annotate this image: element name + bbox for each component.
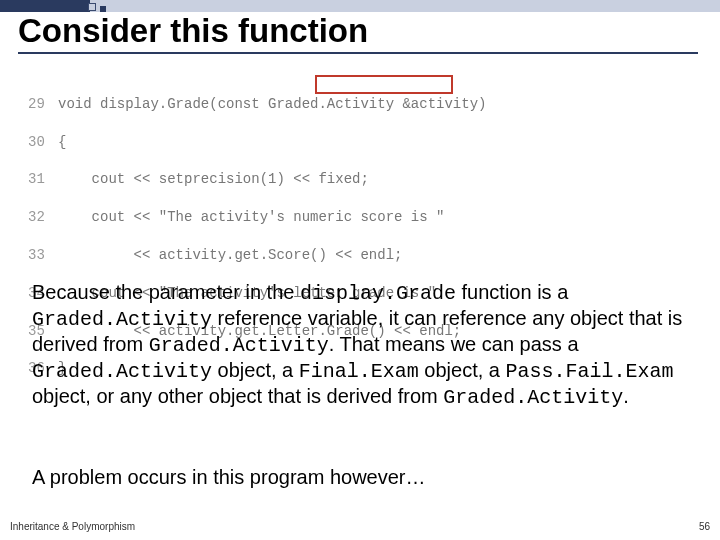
text-run: Because the parameter in the (32, 281, 300, 303)
explanation-paragraph: Because the parameter in the display.Gra… (32, 280, 692, 410)
code-text: cout << setprecision(1) << fixed; (58, 171, 369, 187)
line-number: 30 (28, 133, 58, 152)
code-line-30: 30{ (28, 133, 486, 152)
text-run: function is a (456, 281, 568, 303)
code-inline: display.Grade (300, 282, 456, 305)
code-line-29: 29void display.Grade(const Graded.Activi… (28, 95, 486, 114)
code-text: { (58, 134, 66, 150)
text-run: object, a (419, 359, 506, 381)
line-number: 32 (28, 208, 58, 227)
line-number: 31 (28, 170, 58, 189)
code-line-31: 31 cout << setprecision(1) << fixed; (28, 170, 486, 189)
code-inline: Graded.Activity (32, 308, 212, 331)
code-line-32: 32 cout << "The activity's numeric score… (28, 208, 486, 227)
line-number: 29 (28, 95, 58, 114)
code-inline: Final.Exam (299, 360, 419, 383)
code-text: << activity.get.Score() << endl; (58, 247, 402, 263)
decor-light-bar (90, 0, 720, 12)
code-text: void display.Grade(const Graded.Activity… (58, 96, 486, 112)
text-run: object, or any other object that is deri… (32, 385, 443, 407)
code-text: cout << "The activity's numeric score is… (58, 209, 444, 225)
code-line-33: 33 << activity.get.Score() << endl; (28, 246, 486, 265)
footer-topic: Inheritance & Polymorphism (10, 521, 135, 532)
decor-square-1 (88, 3, 96, 11)
code-inline: Pass.Fail.Exam (506, 360, 674, 383)
decor-dark-bar (0, 0, 90, 12)
line-number: 33 (28, 246, 58, 265)
code-inline: Graded.Activity (443, 386, 623, 409)
slide-number: 56 (699, 521, 710, 532)
code-inline: Graded.Activity (149, 334, 329, 357)
slide-title: Consider this function (18, 12, 698, 54)
problem-paragraph: A problem occurs in this program however… (32, 465, 692, 490)
text-run: . That means we can pass a (329, 333, 579, 355)
header-decoration (0, 0, 720, 12)
code-inline: Graded.Activity (32, 360, 212, 383)
text-run: object, a (212, 359, 299, 381)
text-run: . (623, 385, 629, 407)
